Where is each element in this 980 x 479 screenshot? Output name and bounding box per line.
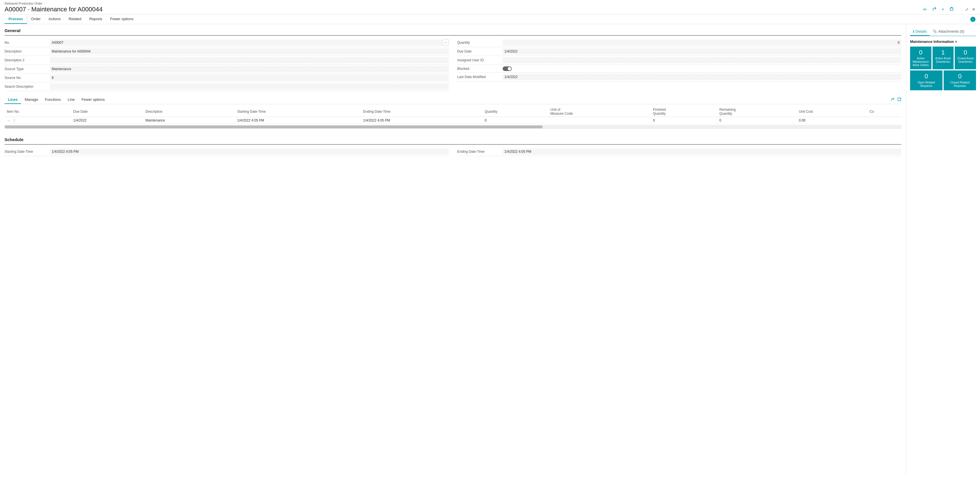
col-ending: Ending Date-Time [361, 106, 482, 117]
lines-share-icon[interactable] [891, 97, 894, 102]
no-lookup-btn[interactable]: ··· [443, 40, 449, 46]
tile-closed-related-requests-label: Closed Related Requests [945, 81, 974, 88]
details-icon: ℹ [913, 29, 914, 33]
field-description2: Description 2 [5, 56, 449, 65]
col-quantity: Quantity [482, 106, 548, 117]
col-co: Co [867, 106, 902, 117]
edit-icon[interactable]: ✏ [923, 7, 927, 12]
maintenance-info-title[interactable]: Maintenance Information ∨ [910, 40, 976, 44]
blocked-toggle[interactable] [503, 67, 512, 71]
tab-process[interactable]: Process [5, 14, 27, 24]
field-ending-datetime-value: 1/4/2022 4:05 PM [503, 149, 901, 155]
lines-tab-line[interactable]: Line [64, 96, 78, 104]
info-tiles-row1: 0 Active Maintenance Work Orders 1 Activ… [910, 46, 976, 69]
tile-open-related-requests[interactable]: 0 Open Related Requests [910, 70, 942, 90]
col-due-date: Due Date [71, 106, 143, 117]
cell-unit-cost: 0.00 [797, 117, 867, 124]
general-form: No. A00007 ··· Description Maintenance f… [5, 38, 901, 91]
field-ending-datetime: Ending Date-Time 1/4/2022 4:05 PM [457, 148, 901, 156]
schedule-section: Schedule Starting Date-Time 1/4/2022 4:0… [5, 133, 901, 156]
lines-tab-lines[interactable]: Lines [5, 96, 21, 104]
field-source-no: Source No. 8 [5, 73, 449, 82]
cell-description: Maintenance [143, 117, 235, 124]
field-description-value: Maintenance for A000044 [50, 48, 449, 54]
field-source-no-value: 8 [50, 75, 449, 81]
field-search-desc-value [50, 84, 449, 90]
schedule-section-title: Schedule [5, 133, 901, 144]
cell-finished-qty: 0 [651, 117, 717, 124]
tile-active-asset-downtimes[interactable]: 1 Active Asset Downtimes [932, 46, 954, 69]
tile-closed-asset-downtimes-value: 0 [964, 49, 967, 56]
tile-active-maintenance-value: 0 [919, 49, 922, 56]
field-blocked: Blocked [457, 65, 901, 73]
main-nav: Process Order Actions Related Reports Fe… [0, 14, 980, 24]
lines-tab-fewer[interactable]: Fewer options [78, 96, 108, 104]
tile-open-related-requests-label: Open Related Requests [912, 81, 941, 88]
cell-ending: 1/4/2022 4:05 PM [361, 117, 482, 124]
field-description2-value [50, 57, 449, 63]
lines-tab-functions[interactable]: Functions [41, 96, 64, 104]
right-tab-attachments[interactable]: 📎 Attachments (0) [930, 27, 967, 36]
cell-item-no: → ⋮ [5, 117, 71, 124]
tile-active-asset-downtimes-label: Active Asset Downtimes [934, 57, 952, 63]
info-tiles-row2: 0 Open Related Requests 0 Closed Related… [910, 70, 976, 90]
lines-expand-icon[interactable] [897, 97, 901, 102]
field-quantity-value: 0 [503, 40, 901, 46]
delete-icon[interactable] [949, 6, 954, 12]
field-quantity: Quantity 0 [457, 38, 901, 47]
tab-reports[interactable]: Reports [85, 14, 106, 24]
col-item-no: Item No. [5, 106, 71, 117]
tab-actions[interactable]: Actions [45, 14, 65, 24]
lines-table-container: Item No. Due Date Description Starting D… [5, 106, 901, 124]
chevron-down-icon: ∨ [955, 40, 957, 43]
field-no: No. A00007 ··· [5, 38, 449, 47]
tile-closed-related-requests-value: 0 [958, 73, 961, 80]
attachments-icon: 📎 [932, 29, 937, 33]
right-panel-tabs: ℹ Details 📎 Attachments (0) [910, 27, 976, 36]
field-starting-datetime-value: 1/4/2022 4:05 PM [50, 149, 449, 155]
horizontal-scrollbar[interactable] [5, 125, 901, 128]
content-area: General No. A00007 ··· Description Maint… [0, 24, 906, 475]
cell-quantity: 0 [482, 117, 548, 124]
col-description: Description [143, 106, 235, 117]
lines-tab-manage[interactable]: Manage [21, 96, 41, 104]
svg-rect-0 [950, 8, 953, 11]
tab-related[interactable]: Related [65, 14, 85, 24]
col-unit-cost: Unit Cost [797, 106, 867, 117]
tile-closed-asset-downtimes-label: Closed Asset Downtimes [956, 57, 974, 63]
tab-fewer-options[interactable]: Fewer options [106, 14, 137, 24]
cell-co [867, 117, 902, 124]
field-description: Description Maintenance for A000044 [5, 47, 449, 56]
field-source-type-value: Maintenance [50, 66, 449, 72]
right-panel: ℹ Details 📎 Attachments (0) Maintenance … [906, 24, 980, 475]
table-row[interactable]: → ⋮ 1/4/2022 Maintenance 1/4/2022 4:05 P… [5, 117, 901, 124]
field-due-date-value: 1/4/2022 [503, 48, 901, 54]
row-menu-btn[interactable]: ⋮ [11, 118, 18, 123]
col-remaining-qty: RemainingQuantity [717, 106, 797, 117]
field-last-modified-value: 1/4/2022 [503, 74, 901, 80]
field-starting-datetime: Starting Date-Time 1/4/2022 4:05 PM [5, 148, 449, 156]
field-assigned-user-value [503, 57, 901, 63]
lines-nav: Lines Manage Functions Line Fewer option… [5, 96, 901, 104]
close-icon[interactable]: ✕ [972, 7, 975, 12]
cell-remaining-qty: 0 [717, 117, 797, 124]
expand-icon[interactable]: ⤢ [965, 7, 969, 12]
tab-order[interactable]: Order [27, 14, 45, 24]
tile-active-maintenance[interactable]: 0 Active Maintenance Work Orders [910, 46, 931, 69]
tile-closed-related-requests[interactable]: 0 Closed Related Requests [943, 70, 976, 90]
tile-open-related-requests-value: 0 [924, 73, 928, 80]
cell-starting: 1/4/2022 4:05 PM [235, 117, 361, 124]
share-icon[interactable] [932, 6, 937, 12]
field-assigned-user: Assigned User ID [457, 56, 901, 65]
field-last-modified: Last Date Modified 1/4/2022 [457, 73, 901, 81]
field-due-date: Due Date 1/4/2022 [457, 47, 901, 56]
field-no-value: A00007 [50, 40, 442, 46]
row-arrow-icon: → [7, 119, 10, 123]
info-badge: i [970, 17, 975, 22]
cell-due-date: 1/4/2022 [71, 117, 143, 124]
tile-closed-asset-downtimes[interactable]: 0 Closed Asset Downtimes [955, 46, 976, 69]
lines-table: Item No. Due Date Description Starting D… [5, 106, 901, 124]
right-tab-details[interactable]: ℹ Details [910, 27, 930, 36]
tile-active-maintenance-label: Active Maintenance Work Orders [912, 57, 930, 67]
add-icon[interactable]: + [942, 7, 944, 12]
